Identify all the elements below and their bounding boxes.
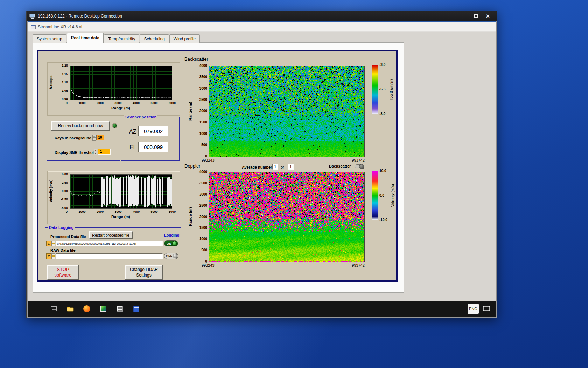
renew-background-label: Renew background now xyxy=(58,123,103,128)
backscatter-x-start: 993243 xyxy=(202,158,215,162)
backscatter-heatmap xyxy=(209,66,365,157)
change-lidar-settings-button[interactable]: Change LiDAR Settings xyxy=(125,265,163,280)
renew-background-button[interactable]: Renew background now xyxy=(51,121,110,131)
notification-icon[interactable] xyxy=(483,306,490,312)
backscatter-yticks: 40003500300025002000150010005000 xyxy=(195,64,207,158)
app-close-button[interactable]: × xyxy=(482,24,493,30)
el-value-box[interactable]: 000.099 xyxy=(138,142,168,152)
tick-label: 3000 xyxy=(200,193,207,196)
language-indicator[interactable]: ENG xyxy=(468,304,479,314)
snr-value-box[interactable]: 1 xyxy=(98,149,111,155)
scan-schedule-button[interactable] xyxy=(114,302,125,316)
tick-label: 5000 xyxy=(150,210,158,213)
rdp-minimize-button[interactable] xyxy=(458,12,470,20)
rays-spinner[interactable]: ▲▼ xyxy=(92,135,96,141)
raw-path-field[interactable] xyxy=(56,253,163,259)
tick-label: 4000 xyxy=(133,101,140,105)
photos-app-button[interactable] xyxy=(98,302,108,316)
logging-label: Logging xyxy=(163,233,180,237)
tick-label: 3500 xyxy=(200,182,207,185)
tab-wind-profile[interactable]: Wind profile xyxy=(169,34,200,43)
processed-path-field[interactable]: C:\Lidar\Data\Proc\2023\202309\20230914\… xyxy=(56,241,163,246)
tab-scheduling[interactable]: Scheduling xyxy=(140,34,169,43)
tick-label: -10.0 xyxy=(379,218,387,222)
tick-label: 2500 xyxy=(200,98,207,102)
lidar-app-button[interactable] xyxy=(131,302,141,316)
desktop: 192.168.0.122 - Remote Desktop Connectio… xyxy=(0,0,588,368)
az-value-box[interactable]: 079.002 xyxy=(138,126,168,136)
tick-label: 1500 xyxy=(200,226,207,230)
off-label: OFF xyxy=(166,254,172,258)
tick-label: 1.05 xyxy=(62,89,68,93)
background-group: Renew background now Rays in background … xyxy=(47,116,120,161)
velocity-yticks: 5.002.500.00-2.50-5.00 xyxy=(53,172,68,210)
firefox-button[interactable] xyxy=(82,302,92,316)
backscatter-ylabel: Range (m) xyxy=(188,66,192,156)
tick-label: 2000 xyxy=(97,210,104,213)
tick-label: 3000 xyxy=(200,87,207,90)
restart-processed-file-button[interactable]: Restart processed file xyxy=(89,231,133,239)
scanner-position-title: Scanner position xyxy=(124,115,158,119)
tick-label: 0 xyxy=(66,210,68,213)
ascope-graph: A-scope 1.201.151.101.050.99 01000200030… xyxy=(47,62,180,116)
doppler-x-start: 993243 xyxy=(202,263,215,267)
doppler-ylabel: Range (m) xyxy=(188,172,192,261)
rdp-titlebar[interactable]: 192.168.0.122 - Remote Desktop Connectio… xyxy=(27,11,497,21)
raw-drive-letter: C xyxy=(48,254,50,258)
snr-threshold-label: Display SNR threshold xyxy=(55,150,96,155)
data-logging-group: Data Logging Processed Data file Restart… xyxy=(45,227,181,262)
firefox-icon xyxy=(83,305,90,312)
processed-drive-button[interactable]: C xyxy=(46,241,51,246)
app-maximize-button[interactable] xyxy=(472,24,482,30)
tick-label: 1.15 xyxy=(62,72,68,76)
tick-label: 1000 xyxy=(78,101,85,105)
rays-value-box[interactable]: 10 xyxy=(96,135,104,140)
tab-system-setup[interactable]: System setup xyxy=(33,34,66,43)
tab-temp-humidity[interactable]: Temp/humidity xyxy=(104,34,139,43)
tick-label: 1500 xyxy=(200,121,207,124)
restart-processed-file-label: Restart processed file xyxy=(92,233,129,237)
real-time-data-page: A-scope 1.201.151.101.050.99 01000200030… xyxy=(33,42,404,293)
average-number-box[interactable]: 1 xyxy=(272,164,278,170)
app-titlebar[interactable]: StreamLine XR v14-6.vi × xyxy=(28,22,496,32)
raw-logging-toggle[interactable]: OFF xyxy=(164,253,178,259)
tick-label: 6000 xyxy=(169,210,176,213)
photos-icon xyxy=(100,306,106,312)
remote-desktop: StreamLine XR v14-6.vi × System setup Re… xyxy=(28,21,496,317)
app-window: StreamLine XR v14-6.vi × System setup Re… xyxy=(28,22,497,301)
snr-value: 1 xyxy=(100,150,102,154)
language-label: ENG xyxy=(469,307,477,311)
tick-label: 4000 xyxy=(133,210,140,213)
rays-in-background-label: Rays in background xyxy=(55,136,91,140)
task-view-button[interactable] xyxy=(49,302,59,316)
raw-drive-button[interactable]: C xyxy=(46,253,51,259)
tick-label: 2000 xyxy=(97,101,104,105)
velocity-ylabel: Velocity (m/s) xyxy=(49,174,53,208)
tick-label: 1000 xyxy=(200,132,207,136)
processed-browse-button[interactable] xyxy=(51,241,55,246)
tab-real-time-data[interactable]: Real time data xyxy=(67,33,104,43)
rdp-window: 192.168.0.122 - Remote Desktop Connectio… xyxy=(26,11,497,318)
raw-browse-button[interactable] xyxy=(51,253,55,259)
stop-software-button[interactable]: STOP software xyxy=(47,265,79,280)
stop-label-line2: software xyxy=(54,272,71,278)
doppler-yticks: 40003500300025002000150010005000 xyxy=(195,170,207,263)
tick-label: 3000 xyxy=(114,101,121,105)
rdp-close-button[interactable]: × xyxy=(482,12,494,20)
backscatter-toggle[interactable] xyxy=(355,164,364,168)
el-value: 000.099 xyxy=(144,144,163,150)
file-explorer-button[interactable] xyxy=(65,302,76,316)
of-count-value: 1 xyxy=(290,165,292,169)
rdp-maximize-button[interactable] xyxy=(470,12,482,20)
snr-spinner[interactable]: ▲▼ xyxy=(94,149,97,155)
app-minimize-button[interactable] xyxy=(461,24,472,30)
scanner-position-group: Scanner position AZ 079.002 EL 000.099 xyxy=(121,117,180,161)
processed-drive-letter: C xyxy=(48,242,50,245)
tick-label: 1.20 xyxy=(62,64,68,67)
taskbar: ENG xyxy=(28,301,496,317)
processed-logging-toggle[interactable]: ON xyxy=(164,240,178,246)
of-count-box[interactable]: 1 xyxy=(288,164,294,170)
backscatter-colorbar-label: log B (/m/sr) xyxy=(390,65,393,114)
velocity-plot xyxy=(70,174,172,209)
tick-label: 500 xyxy=(201,248,207,252)
